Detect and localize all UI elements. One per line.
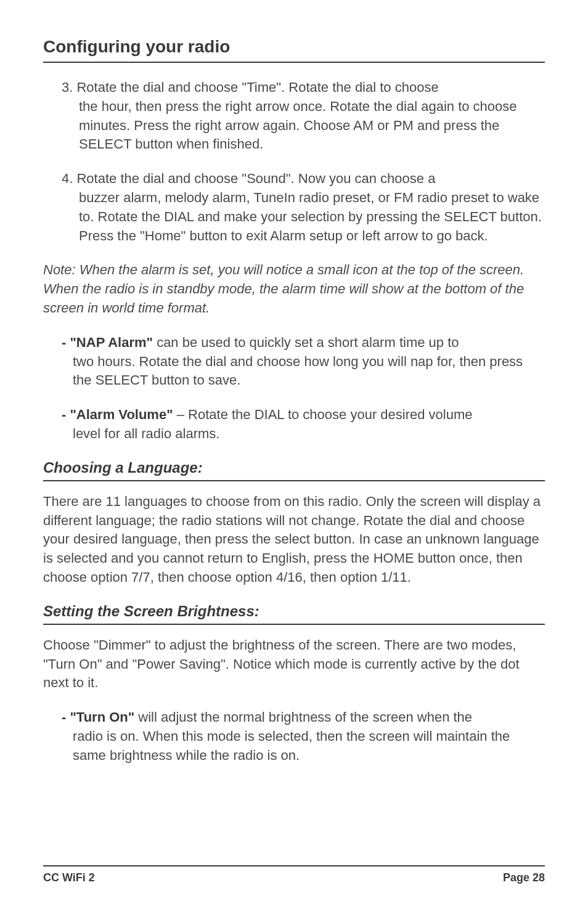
turn-on-rest: radio is on. When this mode is selected,… [62, 727, 545, 765]
list-item-4: 4. Rotate the dial and choose "Sound". N… [62, 169, 545, 245]
footer-left: CC WiFi 2 [43, 871, 95, 884]
language-paragraph: There are 11 languages to choose from on… [43, 492, 545, 587]
brightness-paragraph: Choose "Dimmer" to adjust the brightness… [43, 636, 545, 693]
item-text-first: Rotate the dial and choose "Time". Rotat… [76, 79, 438, 95]
item-text-first: Rotate the dial and choose "Sound". Now … [76, 171, 435, 186]
nap-alarm-rest: two hours. Rotate the dial and choose ho… [62, 353, 545, 391]
nap-alarm-item: - "NAP Alarm" can be used to quickly set… [62, 333, 545, 390]
turn-on-item: - "Turn On" will adjust the normal brigh… [62, 708, 545, 765]
turn-on-first: will adjust the normal brightness of the… [134, 709, 472, 725]
turn-on-label: - "Turn On" [62, 709, 134, 725]
alarm-volume-first: – Rotate the DIAL to choose your desired… [173, 407, 473, 422]
subheading-brightness: Setting the Screen Brightness: [43, 603, 545, 625]
alarm-volume-item: - "Alarm Volume" – Rotate the DIAL to ch… [62, 406, 545, 444]
item-number: 4. [62, 171, 73, 186]
nap-alarm-first: can be used to quickly set a short alarm… [153, 335, 459, 350]
item-number: 3. [62, 79, 73, 95]
alarm-volume-label: - "Alarm Volume" [62, 407, 173, 422]
footer-right: Page 28 [503, 871, 545, 884]
alarm-volume-rest: level for all radio alarms. [62, 425, 545, 444]
subheading-language: Choosing a Language: [43, 459, 545, 481]
item-text-rest: buzzer alarm, melody alarm, TuneIn radio… [62, 189, 545, 245]
nap-alarm-label: - "NAP Alarm" [62, 335, 153, 350]
note-text: Note: When the alarm is set, you will no… [43, 261, 545, 317]
page-title: Configuring your radio [43, 37, 545, 63]
page-footer: CC WiFi 2 Page 28 [43, 865, 545, 884]
list-item-3: 3. Rotate the dial and choose "Time". Ro… [62, 78, 545, 154]
item-text-rest: the hour, then press the right arrow onc… [62, 97, 545, 154]
